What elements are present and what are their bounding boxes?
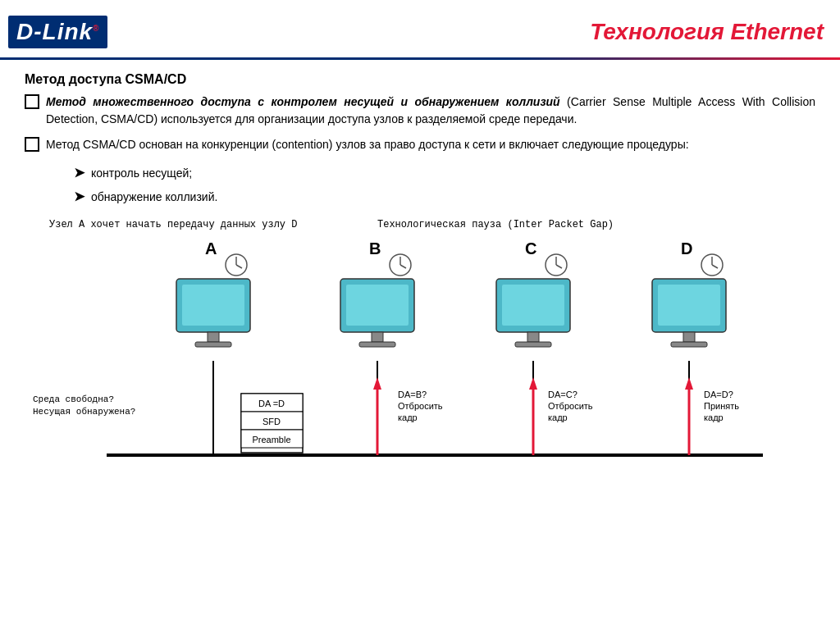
clock-b-hand2 <box>400 265 406 268</box>
italic-text-1: Метод множественного доступа с контролем… <box>46 95 560 108</box>
paragraph-2: Метод CSMA/CD основан на конкуренции (co… <box>25 136 815 153</box>
page-title: Технология Ethernet <box>590 19 824 45</box>
monitor-c-inner <box>502 285 564 326</box>
diagram-label-right: Технологическая пауза (Inter Packet Gap) <box>377 219 614 230</box>
status-b-2: Отбросить <box>398 401 443 411</box>
logo-box: D-Link® <box>8 16 107 48</box>
logo-registered: ® <box>93 24 99 33</box>
monitor-c-base <box>515 342 551 347</box>
monitor-a-stand <box>208 332 219 342</box>
status-c-1: DA=C? <box>548 390 578 399</box>
status-d-3: кадр <box>704 412 724 422</box>
clock-d-hand2 <box>712 265 718 268</box>
monitor-b-inner <box>346 285 409 326</box>
status-b-1: DA=B? <box>398 390 427 399</box>
diagram: Узел А хочет начать передачу данных узлу… <box>25 219 815 498</box>
node-label-d: D <box>681 239 692 258</box>
checkbox-icon-1 <box>25 94 39 109</box>
monitor-b-stand <box>372 332 383 342</box>
paragraph-2-text: Метод CSMA/CD основан на конкуренции (co… <box>46 136 815 153</box>
arrow-c-head <box>529 377 537 390</box>
node-label-c: C <box>525 239 536 258</box>
frame-label-3: Preamble <box>252 435 290 444</box>
frame-label-2: SFD <box>262 417 281 426</box>
monitor-d-inner <box>658 285 720 326</box>
status-d-1: DA=D? <box>704 390 733 399</box>
header-divider <box>0 57 840 60</box>
clock-c-hand2 <box>556 265 562 268</box>
arrow-bullet-2: ➤ <box>74 185 84 209</box>
monitor-b-base <box>359 342 395 347</box>
arrow-b-head <box>373 377 381 390</box>
status-d-2: Принять <box>704 401 739 411</box>
bullet-item-2: ➤ обнаружение коллизий. <box>74 185 815 209</box>
node-label-b: B <box>369 239 381 258</box>
diagram-label-left: Узел А хочет начать передачу данных узлу… <box>49 219 297 230</box>
section-title: Метод доступа CSMA/CD <box>25 72 815 87</box>
paragraph-1: Метод множественного доступа с контролем… <box>25 93 815 128</box>
paragraph-1-text: Метод множественного доступа с контролем… <box>46 93 815 128</box>
checkbox-icon-2 <box>25 137 39 152</box>
monitor-c-stand <box>527 332 539 342</box>
status-b-3: кадр <box>398 412 418 422</box>
diagram-svg: A B C D <box>25 234 812 496</box>
frame-label-1: DA =D <box>258 399 285 408</box>
main-content: Метод доступа CSMA/CD Метод множественно… <box>0 68 840 506</box>
arrow-bullet-1: ➤ <box>74 162 84 185</box>
monitor-d-stand <box>683 332 695 342</box>
bullet-item-1: ➤ контроль несущей; <box>74 162 815 185</box>
status-label-left2: Несущая обнаружена? <box>33 407 135 417</box>
monitor-a-inner <box>182 285 244 326</box>
header: D-Link® Технология Ethernet <box>0 0 840 57</box>
status-c-2: Отбросить <box>548 401 593 411</box>
monitor-a-base <box>195 342 231 347</box>
clock-a-hand2 <box>236 265 242 268</box>
bullet-text-2: обнаружение коллизий. <box>91 187 217 207</box>
bullet-list: ➤ контроль несущей; ➤ обнаружение коллиз… <box>74 162 815 209</box>
status-c-3: кадр <box>548 412 568 422</box>
dlink-logo: D-Link® <box>8 16 107 48</box>
monitor-d-base <box>671 342 707 347</box>
status-label-left: Среда свободна? <box>33 394 114 404</box>
arrow-d-head <box>685 377 693 390</box>
node-label-a: A <box>205 239 217 258</box>
bullet-text-1: контроль несущей; <box>91 163 192 184</box>
